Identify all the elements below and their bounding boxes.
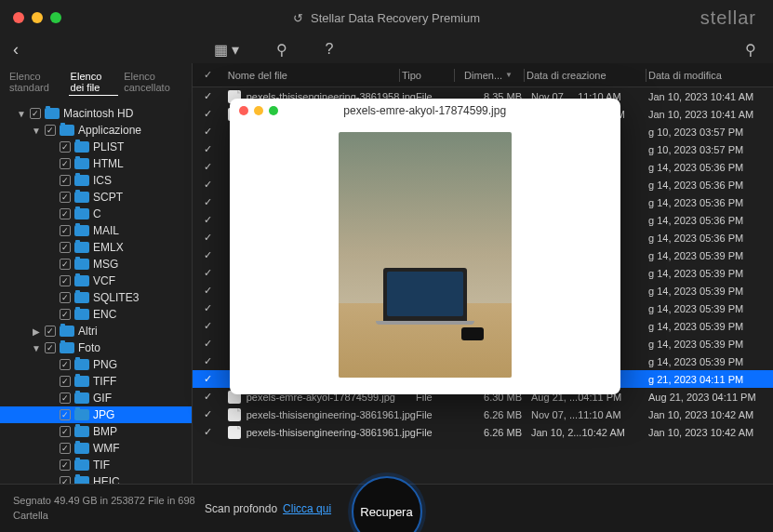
preview-title: pexels-emre-akyol-17874599.jpg: [343, 104, 506, 117]
col-name[interactable]: Nome del file: [224, 70, 397, 81]
tab-files[interactable]: Elenco dei file: [69, 69, 119, 96]
close-icon[interactable]: [239, 106, 248, 115]
tree-node[interactable]: ✓HTML: [0, 155, 192, 172]
minimize-icon[interactable]: [32, 12, 43, 23]
checkbox-all[interactable]: ✓: [204, 69, 212, 80]
statusbar: Segnato 49.49 GB in 253872 File in 698 C…: [0, 484, 773, 532]
grid-view-icon[interactable]: ▦ ▾: [214, 41, 239, 59]
tree-node[interactable]: ✓PNG: [0, 356, 192, 373]
sidebar: Elenco standard Elenco dei file Elenco c…: [0, 63, 193, 484]
tree-node[interactable]: ✓TIFF: [0, 373, 192, 390]
tree-node[interactable]: ✓GIF: [0, 390, 192, 406]
tree-node[interactable]: ▼✓Applicazione: [0, 122, 192, 139]
tree-node[interactable]: ✓VCF: [0, 273, 192, 289]
tree-node[interactable]: ✓ICS: [0, 172, 192, 189]
search-icon[interactable]: ⚲: [745, 41, 756, 59]
tree-node[interactable]: ✓HEIC: [0, 473, 192, 484]
tree-node[interactable]: ▶✓Altri: [0, 323, 192, 339]
file-pane: ✓ Nome del file Tipo Dimen...▼ Data di c…: [193, 63, 773, 484]
tree-node[interactable]: ▼✓Foto: [0, 339, 192, 356]
maximize-icon[interactable]: [269, 106, 278, 115]
titlebar: ↺ Stellar Data Recovery Premium stellar: [0, 0, 773, 35]
tab-deleted[interactable]: Elenco cancellato: [122, 69, 184, 96]
tab-standard[interactable]: Elenco standard: [7, 69, 65, 96]
tree-node[interactable]: ✓EMLX: [0, 239, 192, 256]
file-header: ✓ Nome del file Tipo Dimen...▼ Data di c…: [193, 63, 773, 87]
help-icon[interactable]: ?: [325, 41, 333, 58]
tree-node[interactable]: ✓BMP: [0, 423, 192, 440]
sidebar-tabs: Elenco standard Elenco dei file Elenco c…: [0, 63, 192, 101]
tree-node[interactable]: ✓MAIL: [0, 222, 192, 239]
brand-logo: stellar: [700, 7, 756, 29]
tree-node[interactable]: ✓JPG: [0, 406, 192, 423]
title-text: Stellar Data Recovery Premium: [311, 11, 480, 25]
recover-button[interactable]: Recupera: [352, 476, 422, 532]
tree-node[interactable]: ✓SQLITE3: [0, 289, 192, 306]
tree-node[interactable]: ▼✓Macintosh HD: [0, 105, 192, 122]
preview-window[interactable]: pexels-emre-akyol-17874599.jpg: [230, 99, 620, 394]
maximize-icon[interactable]: [50, 12, 61, 23]
tree-node[interactable]: ✓PLIST: [0, 139, 192, 155]
col-modified[interactable]: Data di modifica: [648, 70, 773, 81]
traffic-lights: [13, 12, 61, 23]
tool-icon[interactable]: ⚲: [276, 41, 287, 59]
undo-icon: ↺: [293, 11, 303, 25]
col-created[interactable]: Data di creazione: [526, 70, 644, 81]
col-type[interactable]: Tipo: [402, 70, 452, 81]
tree-node[interactable]: ✓ENC: [0, 306, 192, 323]
close-icon[interactable]: [13, 12, 24, 23]
deep-scan-link[interactable]: Clicca qui: [283, 502, 331, 515]
window-title: ↺ Stellar Data Recovery Premium: [293, 11, 480, 25]
table-row[interactable]: ✓pexels-thisisengineering-3861961.jpgFil…: [193, 406, 773, 423]
tree-node[interactable]: ✓WMF: [0, 440, 192, 457]
tree-node[interactable]: ✓MSG: [0, 256, 192, 273]
tree-node[interactable]: ✓SCPT: [0, 189, 192, 206]
tree-node[interactable]: ✓TIF: [0, 457, 192, 473]
col-size[interactable]: Dimen...▼: [457, 70, 522, 81]
back-button[interactable]: ‹: [13, 40, 19, 60]
minimize-icon[interactable]: [254, 106, 263, 115]
status-text: Segnato 49.49 GB in 253872 File in 698 C…: [13, 494, 195, 523]
preview-image: [339, 132, 512, 378]
tree-node[interactable]: ✓C: [0, 206, 192, 222]
folder-tree: ▼✓Macintosh HD▼✓Applicazione✓PLIST✓HTML✓…: [0, 101, 192, 484]
deep-scan: Scan profondoClicca qui: [205, 502, 331, 515]
toolbar: ‹ ▦ ▾ ⚲ ? ⚲: [0, 35, 773, 63]
table-row[interactable]: ✓pexels-thisisengineering-3861961.jpgFil…: [193, 423, 773, 441]
